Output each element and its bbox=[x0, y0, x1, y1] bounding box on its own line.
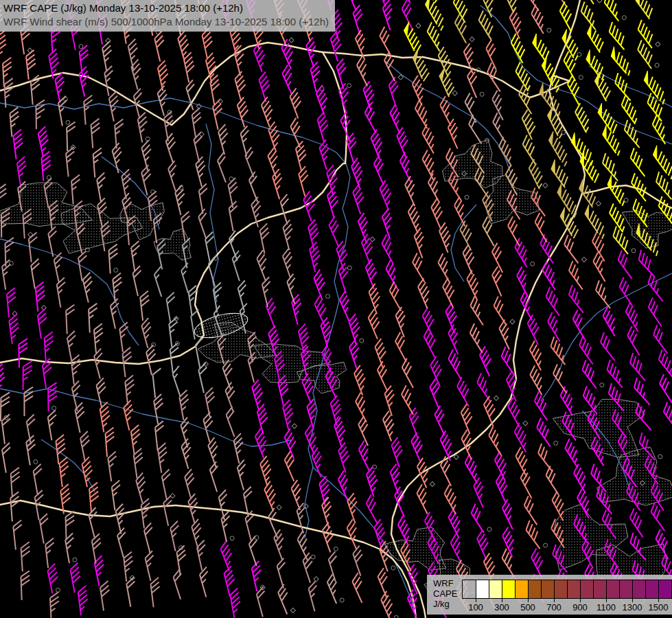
legend-color-cell bbox=[645, 580, 658, 598]
cape-legend-panel: WRF CAPE J/kg 10030050070090011001300150… bbox=[427, 575, 672, 615]
legend-tick-label: 500 bbox=[520, 602, 535, 613]
cape-title: WRF CAPE (J/kg) Monday 13-10-2025 18:00 … bbox=[3, 1, 329, 15]
legend-color-cell bbox=[528, 580, 541, 598]
legend-color-cell bbox=[463, 580, 476, 598]
legend-color-cell bbox=[489, 580, 502, 598]
legend-color-cell bbox=[658, 580, 671, 598]
legend-label-line: J/kg bbox=[433, 599, 462, 609]
legend-tick-label: 900 bbox=[572, 602, 588, 613]
legend-label: WRF CAPE J/kg bbox=[427, 575, 462, 615]
legend-label-line: WRF bbox=[433, 578, 462, 588]
legend-color-cell bbox=[619, 580, 632, 598]
legend-tick-label: 300 bbox=[494, 602, 509, 613]
legend-color-cell bbox=[580, 580, 593, 598]
colorbar-cells bbox=[462, 580, 672, 599]
legend-color-cell bbox=[541, 580, 554, 598]
legend-color-cell bbox=[606, 580, 619, 598]
legend-label-line: CAPE bbox=[433, 588, 462, 599]
legend-color-cell bbox=[476, 580, 489, 598]
legend-tick-label: 1500 bbox=[649, 602, 669, 613]
legend-color-cell bbox=[567, 580, 580, 598]
legend-color-cell bbox=[502, 580, 515, 598]
map-title-panel: WRF CAPE (J/kg) Monday 13-10-2025 18:00 … bbox=[0, 0, 335, 32]
wind-shear-title: WRF Wind shear (m/s) 500/1000hPa Monday … bbox=[3, 15, 329, 29]
legend-tick-label: 1300 bbox=[623, 602, 642, 613]
weather-map-graphic bbox=[0, 0, 672, 618]
legend-tick-label: 700 bbox=[546, 602, 561, 613]
legend-color-cell bbox=[593, 580, 606, 598]
legend-tick-label: 1100 bbox=[596, 602, 616, 613]
legend-tick-label: 100 bbox=[468, 602, 483, 613]
legend-color-cell bbox=[515, 580, 528, 598]
legend-color-cell bbox=[632, 580, 645, 598]
weather-map: WRF CAPE (J/kg) Monday 13-10-2025 18:00 … bbox=[0, 0, 672, 618]
cape-colorbar: 100300500700900110013001500 bbox=[462, 580, 672, 615]
legend-color-cell bbox=[554, 580, 567, 598]
urban-areas bbox=[0, 139, 672, 610]
